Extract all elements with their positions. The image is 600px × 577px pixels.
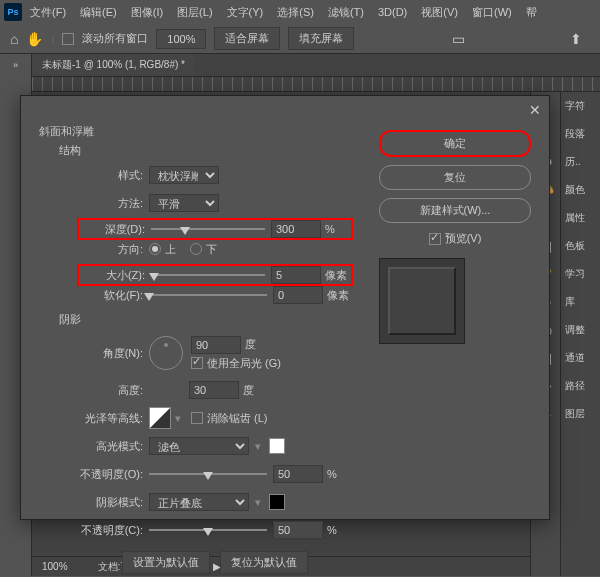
antialias-checkbox[interactable] [191,412,203,424]
panel-channels[interactable]: 通道 [561,344,600,372]
shadow-mode-label: 阴影模式: [79,495,149,510]
depth-input[interactable] [271,220,321,238]
highlight-opacity-label: 不透明度(O): [79,467,149,482]
altitude-input[interactable] [189,381,239,399]
size-input[interactable] [271,266,321,284]
soften-unit: 像素 [327,288,351,303]
panel-learn[interactable]: 学习 [561,260,600,288]
preview-thumbnail [379,258,465,344]
new-style-button[interactable]: 新建样式(W)... [379,198,531,223]
shadow-mode-select[interactable]: 正片叠底 [149,493,249,511]
menu-filter[interactable]: 滤镜(T) [322,3,370,22]
panel-libraries[interactable]: 库 [561,288,600,316]
panel-history[interactable]: 历.. [561,148,600,176]
shadow-opacity-label: 不透明度(C): [79,523,149,538]
close-icon[interactable]: ✕ [529,102,541,118]
zoom-level-field[interactable]: 100% [156,29,206,49]
menu-view[interactable]: 视图(V) [415,3,464,22]
menu-image[interactable]: 图像(I) [125,3,169,22]
gloss-contour-picker[interactable] [149,407,171,429]
home-icon[interactable]: ⌂ [10,31,18,47]
angle-label: 角度(N): [79,346,149,361]
menu-edit[interactable]: 编辑(E) [74,3,123,22]
direction-up-radio[interactable] [149,243,161,255]
depth-unit: % [325,223,349,235]
panel-character[interactable]: 字符 [561,92,600,120]
antialias-label: 消除锯齿 (L) [207,411,268,426]
gloss-contour-label: 光泽等高线: [79,411,149,426]
direction-label: 方向: [79,242,149,257]
menu-type[interactable]: 文字(Y) [221,3,270,22]
search-icon[interactable]: ▭ [444,27,473,51]
options-bar: ⌂ ✋ | 滚动所有窗口 100% 适合屏幕 填充屏幕 ▭ ⬆ [0,24,600,54]
menu-3d[interactable]: 3D(D) [372,4,413,20]
document-tab[interactable]: 未标题-1 @ 100% (1, RGB/8#) * [32,54,195,76]
ok-button[interactable]: 确定 [379,130,531,157]
panel-paragraph[interactable]: 段落 [561,120,600,148]
depth-label: 深度(D): [81,222,151,237]
technique-select[interactable]: 平滑 [149,194,219,212]
style-label: 样式: [79,168,149,183]
global-light-checkbox[interactable] [191,357,203,369]
ps-logo: Ps [4,3,22,21]
share-icon[interactable]: ⬆ [562,27,590,51]
menu-help[interactable]: 帮 [520,3,543,22]
menu-file[interactable]: 文件(F) [24,3,72,22]
shadow-opacity-slider[interactable] [149,522,267,538]
bevel-emboss-title: 斜面和浮雕 [39,124,351,139]
panel-adjustments[interactable]: 调整 [561,316,600,344]
depth-slider[interactable] [151,221,265,237]
menu-layer[interactable]: 图层(L) [171,3,218,22]
make-default-button[interactable]: 设置为默认值 [122,551,210,574]
reset-default-button[interactable]: 复位为默认值 [220,551,308,574]
soften-input[interactable] [273,286,323,304]
hand-tool-icon[interactable]: ✋ [26,31,43,47]
fit-screen-button[interactable]: 适合屏幕 [214,27,280,50]
menu-window[interactable]: 窗口(W) [466,3,518,22]
size-slider[interactable] [151,267,265,283]
highlight-mode-label: 高光模式: [79,439,149,454]
angle-wheel[interactable] [149,336,183,370]
panel-col-labels: 字符 段落 历.. 颜色 属性 色板 学习 库 调整 通道 路径 图层 [560,92,600,576]
scroll-all-label: 滚动所有窗口 [82,31,148,46]
shadow-color-swatch[interactable] [269,494,285,510]
shadow-opacity-input[interactable] [273,521,323,539]
altitude-label: 高度: [79,383,149,398]
horizontal-ruler [32,76,600,92]
status-zoom[interactable]: 100% [42,561,68,572]
scroll-all-checkbox[interactable] [62,33,74,45]
shading-label: 阴影 [59,312,351,327]
soften-label: 软化(F): [79,288,149,303]
panel-color[interactable]: 颜色 [561,176,600,204]
preview-checkbox[interactable] [429,233,441,245]
panel-layers[interactable]: 图层 [561,400,600,428]
menu-select[interactable]: 选择(S) [271,3,320,22]
layer-style-dialog: ✕ 斜面和浮雕 结构 样式: 枕状浮雕 方法: 平滑 深度(D): % 方向: … [20,95,550,520]
menu-bar: Ps 文件(F) 编辑(E) 图像(I) 图层(L) 文字(Y) 选择(S) 滤… [0,0,600,24]
size-unit: 像素 [325,268,349,283]
soften-slider[interactable] [149,287,267,303]
style-select[interactable]: 枕状浮雕 [149,166,219,184]
highlight-color-swatch[interactable] [269,438,285,454]
highlight-mode-select[interactable]: 滤色 [149,437,249,455]
size-label: 大小(Z): [81,268,151,283]
technique-label: 方法: [79,196,149,211]
size-row-highlight: 大小(Z): 像素 [77,264,353,286]
cancel-button[interactable]: 复位 [379,165,531,190]
highlight-opacity-input[interactable] [273,465,323,483]
panel-properties[interactable]: 属性 [561,204,600,232]
panel-swatches[interactable]: 色板 [561,232,600,260]
panel-paths[interactable]: 路径 [561,372,600,400]
structure-label: 结构 [59,143,351,158]
preview-label: 预览(V) [445,231,482,246]
depth-row-highlight: 深度(D): % [77,218,353,240]
global-light-label: 使用全局光 (G) [207,356,281,371]
highlight-opacity-slider[interactable] [149,466,267,482]
direction-down-radio[interactable] [190,243,202,255]
fill-screen-button[interactable]: 填充屏幕 [288,27,354,50]
angle-input[interactable] [191,336,241,354]
